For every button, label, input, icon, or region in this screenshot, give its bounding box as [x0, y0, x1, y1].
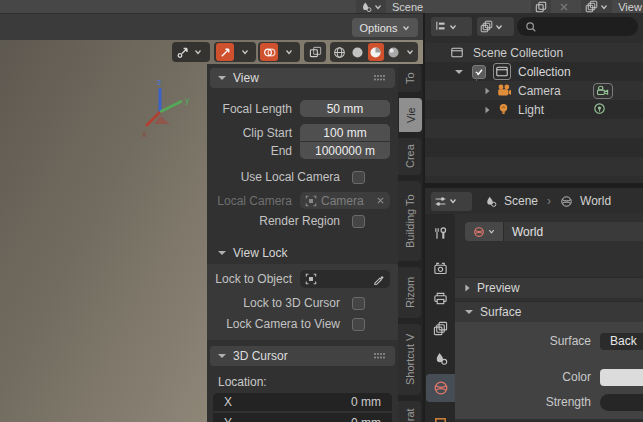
chevron-down-icon	[488, 228, 495, 235]
properties-icon	[434, 195, 447, 208]
xray-toggle[interactable]	[306, 43, 324, 61]
lock-to-3d-cursor-label: Lock to 3D Cursor	[215, 296, 348, 310]
world-icon	[473, 226, 485, 238]
local-camera-label: Local Camera	[215, 194, 300, 208]
outliner-row-light[interactable]: Light	[425, 100, 643, 119]
new-scene-button[interactable]	[531, 0, 551, 13]
breadcrumb-world[interactable]: World	[580, 194, 611, 208]
tab-shortcut-v[interactable]: Shortcut V	[398, 324, 421, 395]
local-camera-field[interactable]: Camera	[300, 192, 390, 209]
breadcrumb-scene[interactable]: Scene	[504, 194, 538, 208]
chevron-down-icon	[495, 23, 503, 31]
object-data-icon	[305, 273, 317, 285]
render-region-label: Render Region	[215, 214, 348, 228]
clip-end-field[interactable]: 1000000 m	[300, 142, 390, 159]
camera-data-icon[interactable]	[593, 83, 613, 99]
tab-tool[interactable]: To	[398, 64, 421, 92]
lock-to-3d-cursor-checkbox[interactable]	[352, 297, 365, 310]
collapse-caret-icon	[465, 310, 473, 314]
shading-solid-button[interactable]	[350, 43, 366, 61]
panel-grip-icon[interactable]	[373, 352, 387, 360]
topbar: Scene View La	[0, 0, 643, 13]
expand-caret-icon	[465, 285, 469, 292]
color-swatch-field[interactable]	[600, 369, 643, 386]
strength-field[interactable]	[600, 394, 643, 411]
collection-checkbox[interactable]	[472, 65, 486, 79]
panel-grip-icon[interactable]	[373, 74, 387, 82]
delete-scene-button[interactable]	[555, 0, 573, 13]
view-layer-selector-button[interactable]	[581, 0, 612, 13]
light-data-icon[interactable]	[592, 102, 607, 117]
shading-material-button[interactable]	[368, 43, 384, 61]
world-name-field[interactable]: World	[503, 222, 643, 241]
sidebar-tab-strip: To Vie Crea Building To Rizom Shortcut V…	[398, 64, 423, 422]
lock-to-object-field[interactable]	[300, 270, 390, 288]
tab-create[interactable]: Crea	[398, 138, 421, 175]
tab-world-properties[interactable]	[426, 374, 455, 402]
show-overlays-toggle[interactable]	[260, 43, 278, 61]
show-gizmos-toggle[interactable]	[216, 43, 234, 61]
options-button[interactable]: Options	[352, 18, 418, 37]
display-mode-dropdown[interactable]	[431, 17, 472, 36]
gizmos-dropdown[interactable]	[236, 43, 254, 61]
expand-caret-icon[interactable]	[486, 106, 490, 112]
view-panel-header[interactable]: View	[210, 68, 395, 88]
tab-building-tools[interactable]: Building To	[398, 181, 421, 261]
outliner-header	[425, 13, 643, 40]
clip-start-field[interactable]: 100 mm	[300, 124, 390, 141]
expand-caret-icon[interactable]	[486, 87, 490, 93]
chevron-down-icon	[449, 197, 457, 205]
lock-camera-to-view-checkbox[interactable]	[352, 318, 365, 331]
outliner-row-scene-collection[interactable]: Scene Collection	[425, 43, 643, 62]
outliner-search-input[interactable]	[517, 17, 638, 36]
tab-tool-properties[interactable]	[426, 220, 455, 246]
n-panel-sidebar: View Focal Length 50 mm Clip Start 100 m…	[207, 64, 398, 422]
outliner-row-camera[interactable]: Camera	[425, 81, 643, 100]
expand-caret-icon[interactable]	[455, 70, 463, 74]
scene-selector-button[interactable]	[356, 0, 386, 13]
viewport-3d[interactable]: z y x View Focal Length 50 mm Clip Start…	[0, 40, 423, 422]
shading-dropdown[interactable]	[404, 43, 416, 61]
surface-shader-button[interactable]: Back	[600, 333, 643, 350]
blender-window: { "topbar": { "scene_label": "Scene", "v…	[0, 0, 643, 422]
eyedropper-icon[interactable]	[373, 273, 385, 285]
cursor-panel-header[interactable]: 3D Cursor	[210, 346, 395, 366]
outliner-item-label: Camera	[518, 84, 561, 98]
tab-view-layer-properties[interactable]	[426, 315, 455, 341]
scene-icon	[484, 195, 497, 208]
cursor-x-value: 0 mm	[351, 395, 381, 409]
surface-label: Surface	[455, 334, 600, 348]
outliner-editor: Scene Collection Collection Camera Light	[425, 13, 643, 183]
cursor-y-field[interactable]: Y 0 mm	[213, 413, 392, 422]
world-icon	[560, 195, 573, 208]
outliner-empty-row	[425, 119, 643, 138]
tab-scene-properties[interactable]	[426, 345, 455, 371]
focal-length-field[interactable]: 50 mm	[300, 100, 390, 117]
properties-header: Scene › World	[425, 188, 643, 214]
overlays-dropdown[interactable]	[280, 43, 298, 61]
world-datablock-selector: World	[465, 222, 643, 241]
camera-object-icon	[496, 83, 512, 98]
tab-output-properties[interactable]	[426, 285, 455, 311]
filter-dropdown[interactable]	[477, 17, 514, 36]
tab-object-properties[interactable]	[426, 410, 455, 422]
render-region-checkbox[interactable]	[352, 215, 365, 228]
outliner-tree-icon	[434, 20, 447, 33]
outliner-row-collection[interactable]: Collection	[425, 62, 643, 81]
tab-render-properties[interactable]	[426, 255, 455, 281]
view-layer-name-label[interactable]: View La	[618, 1, 643, 13]
editor-type-dropdown[interactable]	[431, 192, 472, 211]
view-lock-panel-header[interactable]: View Lock	[210, 244, 395, 262]
scene-name-label[interactable]: Scene	[392, 1, 423, 13]
surface-panel-header[interactable]: Surface	[455, 301, 643, 322]
cursor-x-field[interactable]: X 0 mm	[213, 393, 392, 412]
tab-rizom[interactable]: Rizom	[398, 267, 421, 318]
use-local-camera-checkbox[interactable]	[352, 171, 365, 184]
preview-panel-header[interactable]: Preview	[455, 277, 643, 298]
gizmo-dropdown[interactable]	[172, 42, 210, 62]
world-datablock-dropdown[interactable]	[465, 222, 503, 241]
shading-rendered-button[interactable]	[386, 43, 402, 61]
tab-piperat[interactable]: piperat	[398, 401, 421, 422]
tab-view[interactable]: Vie	[399, 98, 422, 132]
shading-wireframe-button[interactable]	[332, 43, 348, 61]
